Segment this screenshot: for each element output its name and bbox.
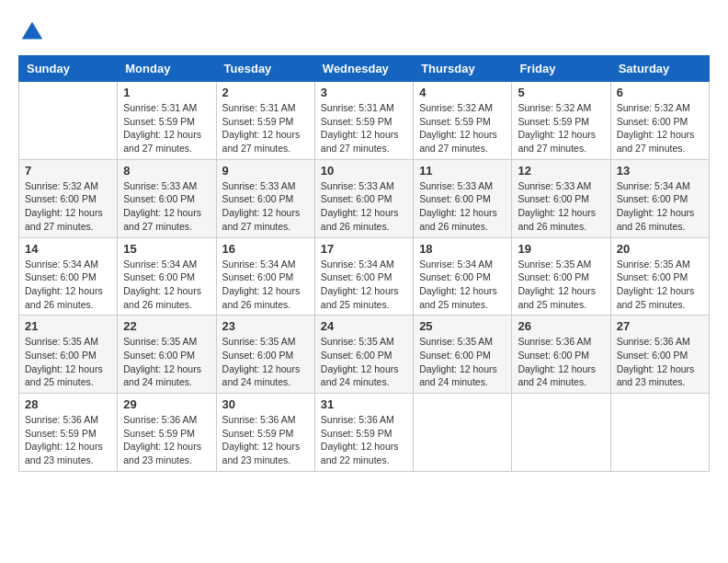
calendar-cell: 9Sunrise: 5:33 AMSunset: 6:00 PMDaylight… (216, 159, 314, 237)
page-header (18, 18, 710, 46)
day-number: 24 (321, 319, 407, 333)
day-number: 8 (123, 164, 210, 178)
calendar-cell: 4Sunrise: 5:32 AMSunset: 5:59 PMDaylight… (414, 82, 512, 160)
calendar-cell (610, 394, 709, 472)
calendar-header-saturday: Saturday (610, 56, 709, 82)
calendar-cell: 1Sunrise: 5:31 AMSunset: 5:59 PMDaylight… (118, 82, 216, 160)
calendar-header-monday: Monday (118, 56, 216, 82)
day-info: Sunrise: 5:35 AMSunset: 6:00 PMDaylight:… (617, 258, 703, 312)
day-info: Sunrise: 5:33 AMSunset: 6:00 PMDaylight:… (518, 179, 604, 234)
day-info: Sunrise: 5:36 AMSunset: 5:59 PMDaylight:… (321, 413, 407, 467)
calendar-cell (512, 394, 610, 472)
calendar-cell: 14Sunrise: 5:34 AMSunset: 6:00 PMDayligh… (19, 237, 118, 316)
calendar-cell: 27Sunrise: 5:36 AMSunset: 6:00 PMDayligh… (610, 316, 709, 394)
day-info: Sunrise: 5:34 AMSunset: 6:00 PMDaylight:… (25, 258, 111, 312)
calendar-cell: 17Sunrise: 5:34 AMSunset: 6:00 PMDayligh… (314, 237, 413, 316)
calendar-header-friday: Friday (512, 56, 610, 82)
day-number: 14 (25, 242, 111, 256)
calendar-cell: 25Sunrise: 5:35 AMSunset: 6:00 PMDayligh… (414, 316, 512, 394)
day-number: 27 (617, 319, 703, 333)
calendar-cell: 21Sunrise: 5:35 AMSunset: 6:00 PMDayligh… (19, 316, 118, 394)
calendar-cell: 29Sunrise: 5:36 AMSunset: 5:59 PMDayligh… (118, 394, 216, 472)
logo (18, 18, 50, 46)
day-info: Sunrise: 5:35 AMSunset: 6:00 PMDaylight:… (419, 335, 506, 389)
day-number: 1 (123, 86, 210, 99)
calendar-cell: 24Sunrise: 5:35 AMSunset: 6:00 PMDayligh… (314, 316, 413, 394)
calendar-cell: 18Sunrise: 5:34 AMSunset: 6:00 PMDayligh… (414, 237, 512, 316)
day-info: Sunrise: 5:36 AMSunset: 5:59 PMDaylight:… (123, 413, 210, 467)
day-info: Sunrise: 5:34 AMSunset: 6:00 PMDaylight:… (222, 258, 309, 312)
calendar-cell: 26Sunrise: 5:36 AMSunset: 6:00 PMDayligh… (512, 316, 610, 394)
day-number: 9 (222, 164, 309, 178)
calendar-cell: 12Sunrise: 5:33 AMSunset: 6:00 PMDayligh… (512, 159, 610, 237)
day-number: 23 (222, 319, 309, 333)
calendar-cell: 15Sunrise: 5:34 AMSunset: 6:00 PMDayligh… (118, 237, 216, 316)
day-info: Sunrise: 5:33 AMSunset: 6:00 PMDaylight:… (419, 179, 506, 234)
calendar-cell: 3Sunrise: 5:31 AMSunset: 5:59 PMDaylight… (314, 82, 413, 160)
day-number: 17 (321, 242, 407, 256)
calendar-cell: 23Sunrise: 5:35 AMSunset: 6:00 PMDayligh… (216, 316, 314, 394)
day-number: 3 (321, 86, 407, 99)
calendar-cell: 2Sunrise: 5:31 AMSunset: 5:59 PMDaylight… (216, 82, 314, 160)
day-number: 30 (222, 397, 309, 411)
svg-marker-0 (22, 22, 43, 40)
calendar-header-sunday: Sunday (19, 56, 118, 82)
day-info: Sunrise: 5:31 AMSunset: 5:59 PMDaylight:… (123, 101, 210, 155)
day-info: Sunrise: 5:32 AMSunset: 5:59 PMDaylight:… (419, 101, 506, 155)
day-number: 21 (25, 319, 111, 333)
day-info: Sunrise: 5:33 AMSunset: 6:00 PMDaylight:… (321, 179, 407, 234)
day-number: 4 (419, 86, 506, 99)
day-number: 12 (518, 164, 604, 178)
calendar-cell (414, 394, 512, 472)
day-info: Sunrise: 5:32 AMSunset: 5:59 PMDaylight:… (518, 101, 604, 155)
day-number: 25 (419, 319, 506, 333)
day-number: 18 (419, 242, 506, 256)
calendar-week-row: 21Sunrise: 5:35 AMSunset: 6:00 PMDayligh… (19, 316, 710, 394)
day-number: 2 (222, 86, 309, 99)
calendar-cell: 8Sunrise: 5:33 AMSunset: 6:00 PMDaylight… (118, 159, 216, 237)
calendar-week-row: 14Sunrise: 5:34 AMSunset: 6:00 PMDayligh… (19, 237, 710, 316)
day-number: 26 (518, 319, 604, 333)
calendar-week-row: 28Sunrise: 5:36 AMSunset: 5:59 PMDayligh… (19, 394, 710, 472)
day-number: 13 (617, 164, 703, 178)
day-number: 29 (123, 397, 210, 411)
calendar-cell: 20Sunrise: 5:35 AMSunset: 6:00 PMDayligh… (610, 237, 709, 316)
calendar-week-row: 7Sunrise: 5:32 AMSunset: 6:00 PMDaylight… (19, 159, 710, 237)
day-info: Sunrise: 5:36 AMSunset: 6:00 PMDaylight:… (518, 335, 604, 389)
day-info: Sunrise: 5:31 AMSunset: 5:59 PMDaylight:… (321, 101, 407, 155)
calendar-table: SundayMondayTuesdayWednesdayThursdayFrid… (18, 55, 710, 472)
day-info: Sunrise: 5:35 AMSunset: 6:00 PMDaylight:… (321, 335, 407, 389)
calendar-cell: 13Sunrise: 5:34 AMSunset: 6:00 PMDayligh… (610, 159, 709, 237)
day-info: Sunrise: 5:35 AMSunset: 6:00 PMDaylight:… (222, 335, 309, 389)
day-info: Sunrise: 5:36 AMSunset: 5:59 PMDaylight:… (25, 413, 111, 467)
logo-icon (18, 18, 46, 46)
day-info: Sunrise: 5:35 AMSunset: 6:00 PMDaylight:… (518, 258, 604, 312)
day-number: 31 (321, 397, 407, 411)
day-number: 22 (123, 319, 210, 333)
day-info: Sunrise: 5:34 AMSunset: 6:00 PMDaylight:… (419, 258, 506, 312)
calendar-cell: 6Sunrise: 5:32 AMSunset: 6:00 PMDaylight… (610, 82, 709, 160)
day-number: 5 (518, 86, 604, 99)
calendar-cell: 28Sunrise: 5:36 AMSunset: 5:59 PMDayligh… (19, 394, 118, 472)
calendar-header-thursday: Thursday (414, 56, 512, 82)
day-number: 28 (25, 397, 111, 411)
calendar-header-row: SundayMondayTuesdayWednesdayThursdayFrid… (19, 56, 710, 82)
day-info: Sunrise: 5:35 AMSunset: 6:00 PMDaylight:… (25, 335, 111, 389)
calendar-week-row: 1Sunrise: 5:31 AMSunset: 5:59 PMDaylight… (19, 82, 710, 160)
calendar-header-tuesday: Tuesday (216, 56, 314, 82)
calendar-cell: 30Sunrise: 5:36 AMSunset: 5:59 PMDayligh… (216, 394, 314, 472)
day-info: Sunrise: 5:36 AMSunset: 5:59 PMDaylight:… (222, 413, 309, 467)
calendar-cell: 31Sunrise: 5:36 AMSunset: 5:59 PMDayligh… (314, 394, 413, 472)
day-info: Sunrise: 5:33 AMSunset: 6:00 PMDaylight:… (123, 179, 210, 234)
day-info: Sunrise: 5:33 AMSunset: 6:00 PMDaylight:… (222, 179, 309, 234)
calendar-cell (19, 82, 118, 160)
calendar-cell: 7Sunrise: 5:32 AMSunset: 6:00 PMDaylight… (19, 159, 118, 237)
day-number: 19 (518, 242, 604, 256)
day-info: Sunrise: 5:36 AMSunset: 6:00 PMDaylight:… (617, 335, 703, 389)
calendar-cell: 22Sunrise: 5:35 AMSunset: 6:00 PMDayligh… (118, 316, 216, 394)
calendar-header-wednesday: Wednesday (314, 56, 413, 82)
calendar-cell: 11Sunrise: 5:33 AMSunset: 6:00 PMDayligh… (414, 159, 512, 237)
calendar-cell: 5Sunrise: 5:32 AMSunset: 5:59 PMDaylight… (512, 82, 610, 160)
day-number: 10 (321, 164, 407, 178)
day-info: Sunrise: 5:34 AMSunset: 6:00 PMDaylight:… (321, 258, 407, 312)
